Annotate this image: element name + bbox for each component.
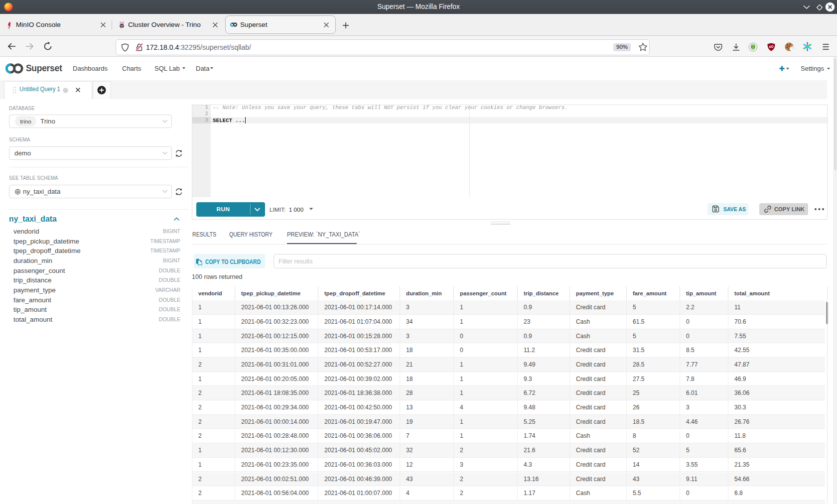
svg-text:uO: uO: [769, 45, 773, 48]
